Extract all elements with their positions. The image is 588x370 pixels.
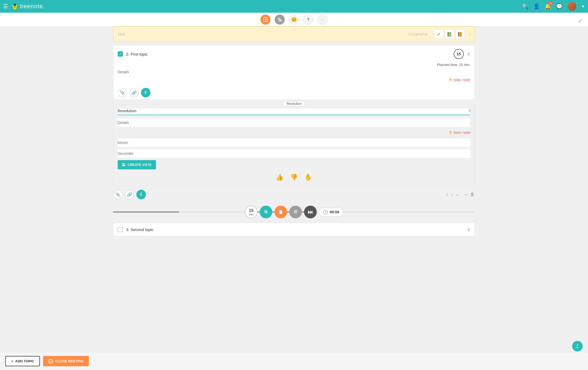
bee-icon — [11, 2, 19, 11]
resolution-inner: ∧ ⚗ 5000 / 5000 🗳 CREATE VOTE 👍 👎 ✋ — [113, 104, 475, 185]
move-up-icon[interactable]: ↑ — [446, 192, 448, 198]
timer-value: 00:04 — [330, 210, 339, 214]
topic-1-mic-button[interactable]: 🎙 — [141, 88, 150, 97]
emoji-button[interactable]: 😊 — [289, 15, 299, 25]
bottom-bar: + ADD TOPIC CLOSE MEETING — [0, 352, 588, 370]
timeline-node-skip: ⏭ — [304, 206, 317, 218]
move-left-icon[interactable]: ← — [455, 192, 461, 198]
timeline-node-n: N — [260, 206, 272, 218]
attach-link-button[interactable]: 🔗 — [129, 88, 139, 97]
timeline-node-task: 📋 — [274, 206, 287, 218]
timeline-n-circle[interactable]: N — [260, 206, 272, 218]
svg-rect-6 — [13, 7, 16, 8]
topic-card-2: 3. Second topic ∨ — [113, 223, 475, 236]
timeline-timer-circle[interactable]: 15 min — [245, 206, 258, 218]
topic-1-char-count: ⚗ 5000 / 5000 — [118, 76, 470, 84]
thumbs-up-icon[interactable]: 👍 — [276, 174, 284, 181]
topic-1-attachment-bar: 📎 🔗 🎙 — [113, 87, 475, 100]
task-assigned-label: Assigned to — [408, 32, 428, 36]
add-user-icon[interactable]: 👤 — [533, 3, 540, 10]
resolution-attach-link-button[interactable]: 🔗 — [125, 190, 134, 199]
topic-1-details-input[interactable] — [118, 68, 470, 76]
warning-icon: ⚗ — [448, 78, 452, 83]
create-vote-button[interactable]: 🗳 CREATE VOTE — [118, 160, 156, 169]
topic-1-body: Planned time: 15 min. ⚗ 5000 / 5000 — [113, 63, 475, 87]
toolbar: 😊 ? ··· ✓ — [0, 13, 588, 26]
task-chevron-right-icon[interactable]: › — [469, 32, 470, 37]
hand-icon[interactable]: ✋ — [304, 174, 312, 181]
svg-point-2 — [14, 4, 16, 6]
scroll-up-icon: ▲ — [576, 343, 579, 346]
add-topic-button[interactable]: + ADD TOPIC — [5, 356, 40, 366]
task-book-button[interactable]: 📗 — [445, 29, 454, 39]
topic-1-checkbox[interactable]: ✓ — [118, 51, 123, 57]
main-content: Task Assigned to ✔ 📗 📙 › ✓ 2. First topi… — [109, 26, 479, 272]
resolution-details-input[interactable] — [118, 118, 470, 127]
resolution-title-input[interactable] — [118, 109, 470, 115]
resolution-section: Resolution ∧ ⚗ 5000 / 5000 🗳 CREATE VOTE… — [113, 104, 475, 186]
resolution-mover-input[interactable] — [118, 138, 470, 147]
topic-1-header: ✓ 2. First topic 15 ∧ — [113, 45, 475, 63]
resolution-warning-icon: ⚗ — [448, 130, 452, 135]
svg-rect-5 — [13, 6, 16, 7]
timeline: 15 min N 📋 R ⏭ — [113, 201, 475, 223]
task-bookmark-button[interactable]: 📙 — [455, 29, 465, 39]
topic-2-checkbox[interactable] — [118, 227, 123, 232]
timeline-node-timer: 15 min — [245, 206, 258, 218]
move-right-icon[interactable]: → — [463, 192, 468, 198]
logo-text: beenote. — [20, 3, 45, 10]
help-button[interactable]: ? — [303, 15, 313, 25]
resolution-seconder-input[interactable] — [118, 149, 470, 158]
bell-icon[interactable]: 🔔 11 — [545, 3, 551, 10]
thumbs-down-icon[interactable]: 👎 — [290, 174, 298, 181]
timeline-line-right — [343, 211, 475, 213]
task-label: Task — [118, 32, 125, 36]
topic-1-timer: 15 — [454, 49, 464, 59]
topic-1-title: 2. First topic — [126, 52, 451, 56]
logo: beenote. — [11, 2, 45, 11]
scroll-fab[interactable]: ▲ ▼ — [572, 341, 583, 351]
task-check-button[interactable]: ✔ — [434, 29, 444, 39]
timeline-node-r: R — [289, 206, 302, 218]
close-meeting-icon — [48, 359, 53, 364]
nav-right: 🔍 👤 🔔 11 💬 ▼ — [522, 2, 585, 11]
search-icon[interactable]: 🔍 — [522, 3, 529, 10]
svg-line-4 — [17, 5, 19, 6]
topic-card-1: ✓ 2. First topic 15 ∧ Planned time: 15 m… — [113, 45, 475, 100]
topic-2-expand-icon[interactable]: ∨ — [467, 227, 470, 232]
delete-icon[interactable]: 🗑 — [470, 192, 475, 197]
resolution-attach-file-button[interactable]: 📎 — [113, 190, 123, 199]
plus-icon: + — [11, 359, 13, 363]
resolution-attachment-bar: 📎 🔗 🎙 ↑ ↓ ← → 🗑 — [113, 188, 475, 201]
timeline-skip-circle[interactable]: ⏭ — [304, 206, 317, 218]
more-button[interactable]: ··· — [318, 15, 328, 25]
chat-icon[interactable]: 💬 — [556, 3, 563, 10]
move-down-icon[interactable]: ↓ — [451, 192, 453, 198]
timer-clock-icon: 🕐 — [323, 210, 328, 215]
checkmark-icon[interactable]: ✓ — [578, 17, 583, 24]
chevron-down-icon[interactable]: ▼ — [581, 4, 585, 8]
nav-arrows: ↑ ↓ ← → 🗑 — [446, 192, 475, 198]
close-meeting-button[interactable]: CLOSE MEETING — [43, 356, 89, 366]
top-nav: ☰ beenote. 🔍 👤 🔔 11 💬 ▼ — [0, 0, 588, 13]
timer-display: 🕐 00:04 — [319, 208, 343, 216]
vote-icon: 🗳 — [122, 163, 125, 167]
timeline-task-circle[interactable]: 📋 — [274, 206, 287, 218]
timeline-r-circle[interactable]: R — [289, 206, 302, 218]
resolution-collapse-icon[interactable]: ∧ — [468, 107, 471, 113]
task-actions: ✔ 📗 📙 — [434, 29, 465, 39]
task-row: Task Assigned to ✔ 📗 📙 › — [113, 26, 475, 42]
notification-badge: 11 — [548, 2, 553, 5]
topic-2-header: 3. Second topic ∨ — [113, 223, 475, 236]
avatar[interactable] — [567, 2, 576, 11]
topic-1-collapse-icon[interactable]: ∧ — [467, 51, 470, 57]
planned-time-label: Planned time: 15 min. — [118, 63, 470, 67]
scroll-down-icon: ▼ — [576, 346, 579, 349]
exit-button[interactable] — [260, 15, 270, 25]
timeline-line-left — [113, 211, 245, 213]
hamburger-icon[interactable]: ☰ — [3, 3, 8, 10]
svg-line-3 — [11, 5, 13, 6]
resolution-mic-button[interactable]: 🎙 — [136, 190, 146, 199]
mic-off-button[interactable] — [275, 15, 285, 25]
attach-file-button[interactable]: 📎 — [118, 88, 127, 97]
